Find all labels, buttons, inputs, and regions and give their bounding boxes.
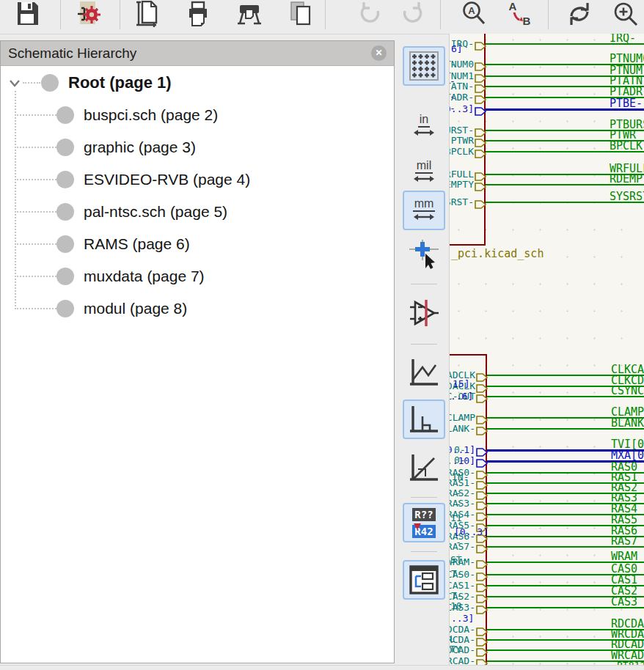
sheet-pin-name[interactable]: BLANK- xyxy=(449,423,475,434)
print-button[interactable] xyxy=(183,1,213,32)
eeschema-window: AAB Schematic Hierarchy ✕ Root (page 1)b… xyxy=(0,0,644,670)
schematic-canvas[interactable]: IRQ-IRQ-PTNUM0PTNUM0PTNUM1PTNUM1PTATN-PT… xyxy=(449,34,644,665)
schematic-text-fragment[interactable]: L xyxy=(450,633,455,644)
sheet-pin-icon[interactable] xyxy=(476,542,488,556)
schematic-text-fragment[interactable]: - xyxy=(455,498,461,509)
schematic-text-fragment[interactable]: - xyxy=(450,103,455,114)
wire-label[interactable]: RAS7 xyxy=(611,534,637,548)
wire-label[interactable]: CAS3 xyxy=(611,595,637,608)
sheet-pin-name[interactable]: WRFULL xyxy=(449,169,474,180)
wire-label[interactable]: IRQ- xyxy=(610,34,636,45)
hierarchy-item[interactable]: ESVIDEO-RVB (page 4) xyxy=(56,167,250,192)
schematic-text-fragment[interactable]: - xyxy=(455,487,461,498)
sheet1-border[interactable] xyxy=(450,244,486,246)
wire-label[interactable]: RDEMPTY xyxy=(610,172,644,185)
hierarchy-item[interactable]: muxdata (page 7) xyxy=(56,264,205,289)
find-replace-button[interactable]: AB xyxy=(505,1,534,32)
sheet-pin-icon[interactable] xyxy=(475,105,486,119)
hierarchy-item-root[interactable]: Root (page 1) xyxy=(41,70,172,95)
schematic-text-fragment[interactable]: 0- xyxy=(454,444,466,455)
sheet-pin-name[interactable]: RAS2- xyxy=(449,487,475,498)
wire-label[interactable]: WRAM xyxy=(611,550,637,563)
toolbar-separator xyxy=(411,497,437,498)
hierarchy-navigator-button[interactable] xyxy=(403,560,445,600)
page-settings-button[interactable] xyxy=(132,1,161,32)
sheet-pin-icon[interactable] xyxy=(475,180,486,194)
schematic-text-fragment[interactable]: BT812 xyxy=(617,660,644,665)
chevron-down-icon[interactable] xyxy=(9,78,21,91)
sheet-pin-name[interactable]: CLAMP xyxy=(449,412,475,423)
schematic-text-fragment[interactable]: IN- xyxy=(452,471,469,482)
wire-label[interactable]: BPCLK xyxy=(610,139,643,152)
wire-90deg-button[interactable] xyxy=(403,400,445,439)
schematic-text-fragment[interactable]: 6] xyxy=(451,43,463,54)
schematic-text-fragment[interactable]: T- xyxy=(451,590,463,601)
toolbar-separator xyxy=(548,0,549,29)
sheet-pin-icon[interactable] xyxy=(476,603,488,617)
hierarchy-item[interactable]: buspci.sch (page 2) xyxy=(56,103,218,128)
schematic-text-fragment[interactable]: 10 xyxy=(450,600,462,611)
schematic-text-fragment[interactable]: - xyxy=(450,59,456,70)
sheet-pin-name[interactable]: PTBURST- xyxy=(449,125,474,136)
sheet-pin-name[interactable]: SYSRST- xyxy=(449,196,474,207)
sheet-pin-icon[interactable] xyxy=(476,657,488,665)
zoom-in-button[interactable] xyxy=(611,1,640,32)
paste-button[interactable] xyxy=(286,1,315,32)
sheet-pin-icon[interactable] xyxy=(475,147,486,161)
schematic-text-fragment[interactable]: - xyxy=(455,537,461,548)
hierarchy-item[interactable]: RAMS (page 6) xyxy=(56,232,190,257)
undo-button[interactable] xyxy=(356,1,385,32)
schematic-text-fragment[interactable]: ..3] xyxy=(451,613,474,624)
tree-guide xyxy=(15,114,56,116)
hierarchy-item[interactable]: graphic (page 3) xyxy=(56,135,196,160)
plot-button[interactable] xyxy=(235,1,264,32)
sheet-pin-name[interactable]: RAS7- xyxy=(449,541,475,552)
tree-guide xyxy=(15,179,56,180)
units-mils-button[interactable]: mil xyxy=(403,152,445,192)
sheet-pin-name[interactable]: CAS1- xyxy=(449,580,475,591)
schematic-text-fragment[interactable]: 0- xyxy=(454,454,466,465)
schematic-text-fragment[interactable]: 11 xyxy=(450,512,462,523)
wire-free-angle-button[interactable] xyxy=(403,353,445,392)
tree-guide xyxy=(15,276,56,277)
wire-label[interactable]: BLANK xyxy=(611,416,644,430)
annotate-button[interactable]: R??R42 xyxy=(403,503,445,542)
sheet-filename[interactable]: _pci.kicad_sch xyxy=(451,247,544,260)
crosshair-cursor-button[interactable] xyxy=(403,235,445,274)
sheet-pin-icon[interactable] xyxy=(476,424,488,438)
refresh-button[interactable] xyxy=(565,1,594,32)
grid-dots-button[interactable] xyxy=(403,46,445,86)
find-button[interactable]: A xyxy=(458,1,488,32)
hierarchy-item-label: Root (page 1) xyxy=(68,73,172,92)
wire-label[interactable]: CSYNC-OUT xyxy=(611,384,644,397)
simulator-button[interactable] xyxy=(403,293,445,333)
units-mm-button[interactable]: mm xyxy=(403,191,445,230)
schematic-text-fragment[interactable]: ST- xyxy=(450,554,467,565)
schematic-setup-button[interactable] xyxy=(73,1,103,32)
panel-close-button[interactable]: ✕ xyxy=(371,45,387,61)
sheet-pin-name[interactable]: WRCAD- xyxy=(449,655,475,665)
schematic-text-fragment[interactable]: ..6] xyxy=(450,391,473,402)
schematic-text-fragment[interactable]: - xyxy=(450,91,455,102)
hierarchy-item[interactable]: pal-ntsc.sch (page 5) xyxy=(56,199,227,224)
sheet2-border[interactable] xyxy=(450,354,487,356)
sheet-pin-icon[interactable] xyxy=(476,392,488,406)
sheet-pin-name[interactable]: RDEMPTY xyxy=(449,179,474,190)
sheet-pin-icon[interactable] xyxy=(475,40,486,54)
sheet-pin-name[interactable]: BPCLK xyxy=(449,146,474,157)
units-inches-button[interactable]: in xyxy=(403,106,445,146)
schematic-text-fragment[interactable]: - xyxy=(450,76,455,86)
schematic-text-fragment[interactable]: T- xyxy=(451,568,463,579)
wire-label[interactable]: SYSRST xyxy=(610,190,644,203)
sheet-pin-name[interactable]: PTWR xyxy=(451,135,474,146)
save-button[interactable] xyxy=(12,1,42,32)
hierarchy-item[interactable]: modul (page 8) xyxy=(56,296,187,321)
sheet-pin-name[interactable]: RAS3- xyxy=(449,498,475,509)
schematic-text-fragment[interactable]: TY xyxy=(450,644,461,655)
sheet-pin-icon[interactable] xyxy=(475,198,486,212)
schematic-text-fragment[interactable]: [0..3] xyxy=(454,526,489,537)
redo-button[interactable] xyxy=(398,1,427,32)
schematic-text-fragment[interactable]: 15] xyxy=(453,378,469,389)
wire-45deg-button[interactable] xyxy=(403,448,445,487)
wire-label[interactable]: PTBE-[0..3] xyxy=(610,97,644,110)
